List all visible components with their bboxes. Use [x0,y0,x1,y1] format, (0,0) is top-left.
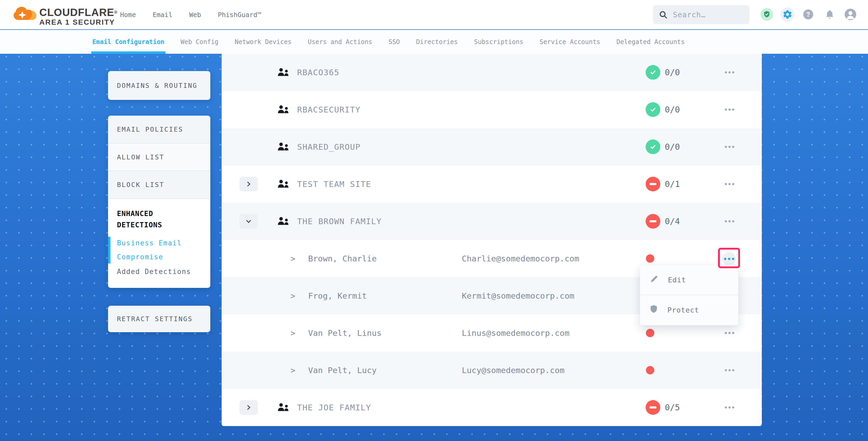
minus-glyph [650,183,656,185]
protected-count: 0/0 [665,54,680,91]
group-name: SHARED_GROUP [297,128,361,165]
table-row-group: THE BROWN FAMILY0/4 [222,203,762,240]
row-actions-menu-button[interactable] [720,203,739,240]
groups-table: RBACO3650/0RBACSECURITY0/0SHARED_GROUP0/… [222,54,762,426]
sidebar-item-enhanced-detections[interactable]: ENHANCED DETECTIONS [117,208,188,230]
member-name: Van Pelt, Linus [308,314,381,352]
brand-subtitle: AREA 1 SECURITY [39,18,118,27]
table-row-group: RBACSECURITY0/0 [222,91,762,128]
minus-glyph [650,220,656,222]
tab-subscriptions[interactable]: Subscriptions [474,30,523,54]
member-chevron-icon[interactable]: > [290,352,295,389]
tab-email-configuration[interactable]: Email Configuration [92,30,164,54]
member-chevron-icon[interactable]: > [290,240,295,277]
sidebar-domains-label: DOMAINS & ROUTING [117,82,197,89]
tab-delegated-accounts[interactable]: Delegated Accounts [617,30,685,54]
group-people-icon [277,179,290,189]
status-unprotected-dot [646,366,654,374]
status-ok-icon [646,139,660,154]
active-item-indicator [108,237,111,263]
protected-count: 0/4 [665,203,680,240]
sidebar-policies-card: EMAIL POLICIESALLOW LISTBLOCK LIST ENHAN… [108,116,210,288]
topnav-link-home[interactable]: Home [120,11,136,19]
menu-item-label: Edit [668,276,686,284]
group-people-icon [277,104,290,115]
protected-count: 0/1 [665,165,680,203]
menu-item-edit[interactable]: Edit [640,265,738,295]
tab-users-and-actions[interactable]: Users and Actions [308,30,372,54]
status-unprotected-dot [646,254,654,263]
minus-glyph [650,406,656,408]
protected-count: 0/5 [665,389,680,426]
menu-item-protect[interactable]: Protect [640,295,738,324]
group-people-icon [277,402,290,412]
sidebar-item-allow-list[interactable]: ALLOW LIST [108,144,210,171]
chevron-right-icon [246,405,251,410]
group-name: RBACSECURITY [297,91,361,128]
sidebar-item-added-detections[interactable]: Added Detections [117,268,210,276]
sidebar-item-business-email-compromise[interactable]: Business Email Compromise [117,236,183,264]
topnav-link-email[interactable]: Email [153,11,172,19]
collapse-group-button[interactable] [240,214,258,229]
group-people-icon [277,216,290,226]
row-actions-menu-button[interactable] [720,91,739,128]
search-icon [659,10,668,19]
search-input[interactable] [673,10,744,19]
row-actions-menu-button[interactable] [720,165,739,203]
status-blocked-icon [646,177,660,191]
context-menu: EditProtect [640,264,739,325]
sidebar-item-retract-settings[interactable]: RETRACT SETTINGS [108,306,210,332]
group-name: TEST TEAM SITE [297,165,371,203]
row-actions-menu-button[interactable] [720,128,739,165]
top-navigation: HomeEmailWebPhishGuard™ [120,0,261,29]
tab-network-devices[interactable]: Network Devices [235,30,291,54]
row-actions-menu-button[interactable] [720,352,739,389]
sidebar-item-block-list[interactable]: BLOCK LIST [108,171,210,199]
row-actions-menu-button[interactable] [720,54,739,91]
topnav-link-web[interactable]: Web [189,11,201,19]
group-people-icon [277,67,290,77]
member-name: Van Pelt, Lucy [308,352,377,389]
bell-icon[interactable] [825,9,835,20]
topnav-link-phishguard-[interactable]: PhishGuard™ [218,11,261,19]
member-chevron-icon[interactable]: > [290,314,295,352]
secondary-navigation: Email ConfigurationWeb ConfigNetwork Dev… [0,30,868,54]
member-email: Kermit@somedemocorp.com [462,277,574,314]
member-name: Frog, Kermit [308,277,367,314]
help-icon[interactable]: ? [803,9,813,20]
expand-group-button[interactable] [240,400,258,415]
table-row-group: RBACO3650/0 [222,54,762,91]
tab-web-config[interactable]: Web Config [181,30,219,54]
tab-service-accounts[interactable]: Service Accounts [540,30,600,54]
member-email: Linus@somedemocorp.com [462,314,569,352]
group-people-icon [277,141,290,152]
user-avatar-icon[interactable] [845,9,856,20]
registered-mark: ® [114,10,118,14]
gear-icon[interactable] [780,7,795,22]
member-email: Lucy@somedemocorp.com [462,352,565,389]
group-name: THE BROWN FAMILY [297,203,382,240]
brand-name: CLOUDFLARE® [39,7,118,18]
protected-count: 0/0 [665,91,680,128]
status-unprotected-dot [646,329,654,337]
row-actions-menu-button[interactable] [720,389,739,426]
shield-check-badge-icon[interactable] [761,8,773,21]
help-glyph: ? [806,11,810,18]
table-row-member: >Van Pelt, LucyLucy@somedemocorp.com [222,352,762,389]
tab-directories[interactable]: Directories [416,30,458,54]
status-ok-icon [646,102,660,117]
sidebar-item-email-policies[interactable]: EMAIL POLICIES [108,116,210,144]
sidebar-item-domains-routing[interactable]: DOMAINS & ROUTING [108,71,210,100]
status-blocked-icon [646,400,660,415]
annotation-highlight-box [718,248,740,268]
tab-sso[interactable]: SSO [389,30,400,54]
cloudflare-area1-logo [13,3,38,26]
sidebar-enhanced-section: ENHANCED DETECTIONS Business Email Compr… [108,199,210,288]
status-ok-icon [646,65,660,80]
member-chevron-icon[interactable]: > [290,277,295,314]
group-name: THE JOE FAMILY [297,389,371,426]
status-blocked-icon [646,214,660,229]
expand-group-button[interactable] [240,177,258,191]
member-email: Charlie@somedemocorp.com [462,240,579,277]
search-box[interactable] [653,5,749,24]
